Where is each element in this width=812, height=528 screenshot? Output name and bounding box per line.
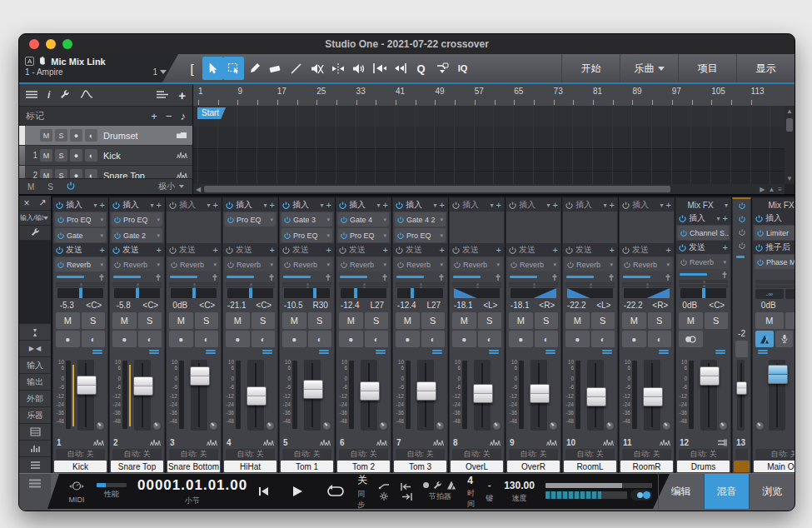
send-slot[interactable]: Reverb▾	[225, 257, 276, 271]
split-tool-button[interactable]	[327, 57, 348, 80]
fader-track[interactable]	[737, 360, 745, 431]
narrow-channels-button[interactable]: ▶ ◀	[19, 340, 51, 356]
dropdown-caret-icon[interactable]: ▾	[326, 262, 330, 268]
fader-track[interactable]	[644, 360, 660, 431]
mute-button[interactable]: M	[622, 312, 646, 329]
loop-button[interactable]	[325, 485, 346, 498]
power-icon[interactable]	[226, 202, 233, 209]
insert-slot[interactable]: Pro EQ▾	[395, 228, 446, 242]
vertical-scroll-thumb[interactable]	[786, 118, 793, 132]
mute-button[interactable]: M	[509, 312, 533, 329]
fader-track[interactable]	[247, 360, 264, 431]
power-icon[interactable]	[622, 247, 630, 254]
scroll-up-icon[interactable]: ▲	[786, 107, 793, 115]
inserts-header[interactable]: 插入▾+	[450, 198, 504, 212]
view-mode-2[interactable]: 乐曲	[620, 54, 678, 82]
close-console-icon[interactable]: ×	[23, 197, 29, 209]
bracket-tool-button[interactable]: [	[182, 57, 202, 80]
power-icon[interactable]	[567, 262, 574, 268]
channel-strip-tom-1[interactable]: 插入▾+Gate 3▾Pro EQ▾发送+Reverb▾-10.5R30MS●◐…	[279, 197, 335, 473]
insert-slot[interactable]: Pro EQ▾	[225, 212, 276, 227]
fader-handle[interactable]	[133, 376, 153, 396]
pan-value[interactable]: <R>	[534, 301, 561, 310]
pan-value[interactable]: <C>	[251, 301, 278, 310]
time-value[interactable]: 00001.01.01.00	[137, 477, 247, 494]
pan-control[interactable]	[53, 287, 107, 299]
pan-value[interactable]: <R>	[647, 301, 675, 310]
monitor-button[interactable]: ◐	[85, 169, 97, 178]
send-slot[interactable]: Reverb▾	[338, 257, 389, 271]
dropdown-caret-icon[interactable]: ▾	[717, 215, 720, 222]
add-track-icon[interactable]: +	[178, 88, 186, 102]
send-level-bar[interactable]	[227, 276, 254, 278]
dropdown-caret-icon[interactable]: ▾	[383, 232, 386, 239]
sends-header[interactable]: 发送+	[450, 243, 504, 257]
fader-handle[interactable]	[473, 384, 493, 403]
time-display[interactable]: 00001.01.01.00 小节	[137, 477, 247, 506]
volume-value[interactable]: -21.1	[223, 301, 251, 310]
mute-button[interactable]: M	[169, 312, 193, 329]
dropdown-caret-icon[interactable]: ▾	[264, 202, 267, 209]
monitor-button[interactable]: ◐	[85, 149, 97, 162]
console-menu-icon[interactable]	[19, 456, 51, 473]
power-icon[interactable]	[452, 202, 460, 209]
monitor-button[interactable]: ◐	[195, 331, 219, 347]
power-icon[interactable]	[341, 217, 347, 223]
power-icon[interactable]	[339, 202, 346, 209]
automation-mode[interactable]: 自动: 关	[169, 449, 218, 460]
global-solo-button[interactable]: S	[47, 182, 53, 192]
power-icon[interactable]	[57, 232, 64, 239]
return-to-start-button[interactable]	[258, 486, 270, 496]
fader-handle[interactable]	[736, 381, 747, 395]
track-row-kick[interactable]: 1MS●◐Kick	[19, 146, 192, 165]
automation-mode[interactable]: 自动: 关	[622, 449, 671, 460]
sends-header[interactable]: 发送+	[620, 243, 674, 257]
sends-header[interactable]: 发送+	[167, 243, 221, 257]
dropdown-caret-icon[interactable]: ▾	[377, 202, 381, 209]
power-icon[interactable]	[679, 244, 686, 252]
view-mode-1[interactable]: 开始	[561, 54, 620, 82]
record-arm-button[interactable]: ●	[169, 331, 193, 347]
pan-value[interactable]: <C>	[81, 301, 108, 310]
insert-slot[interactable]: Pro EQ▾	[55, 212, 106, 227]
add-icon[interactable]: +	[666, 200, 671, 210]
monitor-button[interactable]: ◐	[365, 331, 389, 347]
track-row-snare-top[interactable]: 2MS●◐Snare Top	[19, 166, 192, 178]
volume-value[interactable]: -22.2	[563, 301, 590, 310]
range-tool-button[interactable]	[223, 57, 244, 80]
inserts-header[interactable]: 插入▾+	[280, 198, 334, 212]
performance-monitor[interactable]: 性能	[97, 483, 127, 500]
automation-mode[interactable]: 自动: 关	[56, 449, 105, 460]
pan-control[interactable]	[393, 287, 447, 299]
volume-value[interactable]: -12.4	[393, 301, 421, 310]
add-icon[interactable]: +	[553, 245, 558, 255]
close-window-button[interactable]	[29, 39, 39, 49]
channel-name-tag[interactable]	[734, 461, 750, 472]
expand-console-icon[interactable]: ↗	[38, 197, 46, 208]
mute-button[interactable]: M	[396, 312, 420, 329]
monitor-button[interactable]: ◐	[82, 331, 106, 347]
solo-button[interactable]: S	[705, 312, 729, 329]
solo-button[interactable]: S	[82, 312, 106, 329]
mute-button[interactable]: M	[282, 312, 306, 329]
dropdown-caret-icon[interactable]: ▾	[725, 202, 728, 209]
sends-header[interactable]: 发送+	[393, 243, 447, 257]
solo-button[interactable]: S	[421, 312, 446, 329]
fader-track[interactable]	[474, 360, 491, 431]
send-slot[interactable]: Reverb▾	[678, 255, 729, 269]
power-icon[interactable]	[565, 247, 573, 254]
power-icon[interactable]	[114, 232, 121, 239]
sends-header[interactable]: 发送+	[336, 243, 391, 257]
power-icon[interactable]	[284, 232, 291, 239]
dropdown-caret-icon[interactable]: ▾	[100, 262, 103, 268]
mute-button[interactable]: M	[112, 312, 137, 329]
send-slot[interactable]: Reverb▾	[395, 257, 446, 271]
fader-handle[interactable]	[303, 380, 323, 399]
power-icon[interactable]	[679, 215, 686, 222]
automation-mode[interactable]: 自动: 关	[509, 449, 558, 460]
send-level-bar[interactable]	[736, 256, 745, 258]
automation-mode[interactable]: 自动: 关	[396, 449, 445, 460]
monitor-button[interactable]: ◐	[138, 331, 162, 347]
bend-tool-button[interactable]	[431, 57, 452, 80]
insert-slot[interactable]: Gate▾	[55, 228, 106, 242]
